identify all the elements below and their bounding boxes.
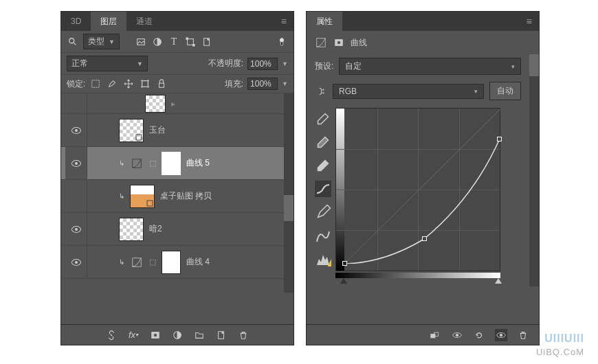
search-icon[interactable] [67,36,79,48]
opacity-input[interactable] [247,58,278,70]
curve-smooth-icon[interactable] [315,227,331,244]
black-slider[interactable] [340,278,347,284]
visibility-toggle[interactable] [65,147,87,179]
fx-icon[interactable]: fx▾ [127,329,140,341]
lock-move-icon[interactable] [122,78,135,90]
visibility-toggle[interactable] [65,180,87,212]
chevron-down-icon[interactable]: ▼ [282,80,288,87]
clip-indicator-icon: ↳ [119,258,124,266]
properties-scrollbar[interactable] [529,54,539,286]
tab-properties[interactable]: 属性 [307,12,342,31]
panel-menu-icon[interactable]: ≡ [274,16,294,27]
adjustment-layer-icon[interactable] [171,329,184,341]
visibility-toggle[interactable] [65,114,87,146]
svg-point-27 [337,41,340,44]
curve-point[interactable] [497,137,502,141]
panel-menu-icon[interactable]: ≡ [520,16,539,27]
layer-name[interactable]: ▸ [171,99,289,109]
properties-panel: 属性 ≡ 曲线 预设: 自定 ▾ RGB ▾ 自动 ▲ [306,11,540,345]
chevron-down-icon[interactable]: ▼ [282,60,288,67]
eyedropper-gray-icon[interactable] [315,134,331,150]
blend-row: 正常 ▼ 不透明度: ▼ [61,53,294,75]
lock-brush-icon[interactable] [106,78,118,90]
filter-text-icon[interactable]: T [168,36,180,48]
properties-footer [307,324,539,345]
filter-smart-icon[interactable] [201,36,213,48]
reset-icon[interactable] [473,329,485,341]
delete-icon[interactable] [237,329,250,341]
mask-icon[interactable] [149,329,162,341]
curve-tools: ▲ [315,108,331,282]
new-layer-icon[interactable] [215,329,228,341]
delete-adjustment-icon[interactable] [517,329,529,341]
layers-scrollbar[interactable] [284,93,294,293]
blend-mode-select[interactable]: 正常 ▼ [67,56,148,71]
layer-thumbnail[interactable] [119,119,144,142]
layer-row[interactable]: ↳ ⬚ 曲线 4 [61,246,294,279]
layer-name[interactable]: 暗2 [149,223,289,235]
layer-row-selected[interactable]: ↳ ⬚ 曲线 5 [61,147,294,180]
filter-image-icon[interactable] [135,36,147,48]
curve-point[interactable] [342,261,347,266]
clip-indicator-icon: ↳ [119,159,124,167]
finger-scrub-icon[interactable] [315,85,327,98]
filter-adjustment-icon[interactable] [151,36,164,48]
toggle-visibility-icon[interactable] [495,329,507,341]
filter-type-select[interactable]: 类型 ▼ [83,34,120,49]
opacity-label: 不透明度: [208,58,243,69]
visibility-toggle[interactable] [65,246,87,278]
mask-thumbnail[interactable] [162,251,181,274]
layer-row[interactable]: ↳ 桌子贴图 拷贝 [61,180,294,213]
layer-row[interactable]: ▸ [61,93,294,114]
blend-mode-value: 正常 [71,58,88,69]
lock-all-icon[interactable] [155,78,168,90]
curve-graph[interactable] [335,108,500,271]
layer-thumbnail[interactable] [119,218,144,241]
visibility-toggle[interactable] [65,93,87,113]
lock-pixels-icon[interactable] [89,78,102,90]
svg-rect-5 [186,37,188,39]
curve-point[interactable] [422,236,427,241]
eyedropper-black-icon[interactable] [315,111,331,127]
lock-artboard-icon[interactable] [139,78,151,90]
mask-thumbnail[interactable] [162,152,181,175]
eyedropper-white-icon[interactable] [315,157,331,174]
curve-pencil-tool-icon[interactable] [315,204,331,220]
filter-label: 类型 [88,36,104,47]
group-icon[interactable] [193,329,206,341]
link-layers-icon[interactable] [105,329,118,341]
svg-rect-19 [147,201,153,206]
layer-row[interactable]: 暗2 [61,213,294,246]
tab-3d[interactable]: 3D [61,12,91,31]
layer-thumbnail[interactable] [130,185,155,208]
curve-point-tool-icon[interactable] [315,181,331,197]
scrollbar-thumb[interactable] [284,195,294,221]
mask-link-icon[interactable]: ⬚ [149,159,156,168]
layer-name[interactable]: 曲线 5 [186,157,289,169]
svg-rect-17 [136,135,142,140]
tab-layers[interactable]: 图层 [91,12,126,31]
histogram-toggle-icon[interactable]: ▲ [315,251,331,267]
chevron-down-icon: ▾ [511,63,515,70]
layer-name[interactable]: 桌子贴图 拷贝 [160,190,289,202]
filter-shape-icon[interactable] [184,36,197,48]
filter-toggle-switch[interactable] [276,36,288,48]
svg-point-33 [456,334,458,337]
mask-link-icon[interactable]: ⬚ [149,258,156,266]
tab-channels[interactable]: 通道 [126,12,162,31]
visibility-toggle[interactable] [65,213,87,245]
clip-to-layer-icon[interactable] [429,329,441,341]
auto-button[interactable]: 自动 [489,82,521,100]
curves-editor: ▲ [307,104,529,286]
mask-badge-icon [333,36,345,49]
layer-row[interactable]: 玉台 [61,114,294,147]
preset-select[interactable]: 自定 ▾ [339,58,521,75]
fill-input[interactable] [247,78,278,90]
white-slider[interactable] [495,278,502,284]
layer-name[interactable]: 曲线 4 [186,256,289,268]
layer-thumbnail[interactable] [145,95,166,113]
scrollbar-thumb[interactable] [529,54,539,76]
view-previous-icon[interactable] [451,329,463,341]
layer-name[interactable]: 玉台 [149,124,289,136]
channel-select[interactable]: RGB ▾ [333,84,484,99]
